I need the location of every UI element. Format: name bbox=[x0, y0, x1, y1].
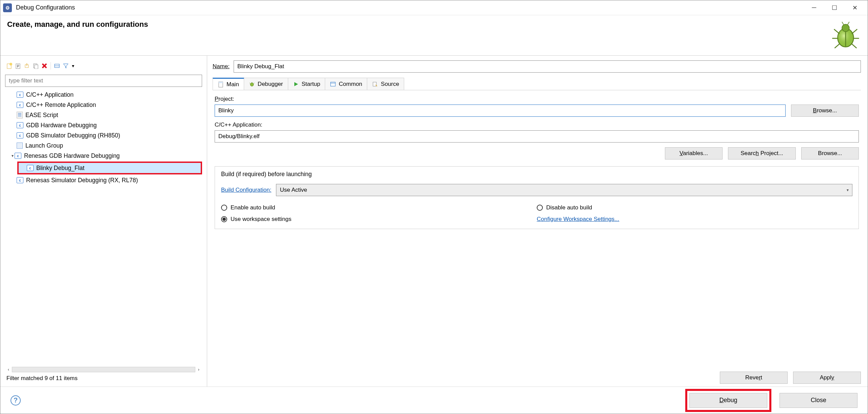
radio-enable-auto-build[interactable]: Enable auto build bbox=[221, 204, 537, 211]
toolbar-separator bbox=[51, 62, 51, 70]
svg-point-13 bbox=[9, 63, 12, 65]
configure-workspace-link[interactable]: Configure Workspace Settings... bbox=[537, 216, 852, 223]
svg-point-3 bbox=[842, 24, 849, 32]
tab-main[interactable]: Main bbox=[213, 78, 244, 90]
build-group: Build (if required) before launching Bui… bbox=[215, 166, 859, 229]
radio-use-workspace[interactable]: Use workspace settings bbox=[221, 216, 537, 223]
apply-revert-row: Revert Apply bbox=[213, 368, 861, 384]
build-configuration-link[interactable]: Build Configuration: bbox=[221, 187, 271, 193]
play-icon bbox=[293, 81, 299, 87]
svg-line-9 bbox=[852, 44, 856, 48]
tree-item-gdb-hw[interactable]: cGDB Hardware Debugging bbox=[5, 120, 202, 130]
tab-source[interactable]: Source bbox=[367, 78, 404, 90]
window-controls: ─ ☐ ✕ bbox=[811, 4, 858, 11]
tab-main-panel: Project: Browse... C/C++ Application: Va… bbox=[213, 90, 861, 368]
apply-button[interactable]: Apply bbox=[793, 372, 861, 384]
svg-line-5 bbox=[852, 29, 857, 34]
name-row: Name: bbox=[213, 60, 861, 73]
application-button-row: Variables... Search Project... Browse... bbox=[215, 147, 859, 159]
browse-project-button[interactable]: Browse... bbox=[791, 105, 859, 117]
browse-application-button[interactable]: Browse... bbox=[801, 147, 859, 159]
c-icon: c bbox=[27, 165, 34, 171]
close-button[interactable]: Close bbox=[780, 393, 857, 408]
name-input[interactable] bbox=[234, 60, 861, 73]
window-title: Debug Configurations bbox=[16, 4, 811, 11]
left-pane: P ▾ cC/C++ Application cC/C++ Remote App… bbox=[0, 56, 207, 387]
svg-line-11 bbox=[847, 22, 849, 25]
svg-line-26 bbox=[254, 83, 254, 83]
help-icon[interactable]: ? bbox=[11, 395, 21, 406]
tree-item-cpp-remote[interactable]: cC/C++ Remote Application bbox=[5, 100, 202, 110]
export-button[interactable] bbox=[23, 62, 31, 70]
application-input[interactable] bbox=[215, 130, 859, 143]
c-icon: c bbox=[15, 153, 21, 159]
c-icon: c bbox=[17, 92, 23, 98]
build-config-row: Build Configuration: Use Active ▾ bbox=[221, 184, 852, 196]
filter-menu-button[interactable]: ▾ bbox=[71, 62, 75, 70]
duplicate-button[interactable] bbox=[32, 62, 40, 70]
maximize-button[interactable]: ☐ bbox=[831, 4, 838, 11]
highlighted-tree-item: cBlinky Debug_Flat bbox=[17, 162, 202, 174]
chevron-down-icon: ▾ bbox=[847, 188, 849, 192]
search-project-button[interactable]: Search Project... bbox=[728, 147, 796, 159]
tree-item-cpp-application[interactable]: cC/C++ Application bbox=[5, 90, 202, 100]
tree-item-renesas-gdb[interactable]: ▾cRenesas GDB Hardware Debugging bbox=[5, 151, 202, 161]
bug-icon bbox=[830, 20, 861, 51]
new-config-button[interactable] bbox=[5, 62, 13, 70]
c-icon: c bbox=[17, 102, 23, 108]
tab-bar: Main Debugger Startup Common Source bbox=[213, 77, 861, 90]
close-window-button[interactable]: ✕ bbox=[851, 4, 858, 11]
app-icon: ⚙ bbox=[3, 3, 12, 12]
tree-item-ease-script[interactable]: EASE Script bbox=[5, 110, 202, 120]
bug-small-icon bbox=[249, 81, 255, 87]
name-label: Name: bbox=[213, 63, 230, 70]
tab-debugger[interactable]: Debugger bbox=[244, 78, 288, 90]
filter-button[interactable] bbox=[62, 62, 70, 70]
tree-item-renesas-sim[interactable]: cRenesas Simulator Debugging (RX, RL78) bbox=[5, 175, 202, 185]
project-input[interactable] bbox=[215, 105, 786, 117]
script-icon bbox=[17, 112, 23, 118]
svg-line-4 bbox=[834, 29, 840, 34]
header: Create, manage, and run configurations bbox=[0, 15, 868, 56]
scroll-left-icon[interactable]: ‹ bbox=[5, 367, 12, 372]
revert-button[interactable]: Revert bbox=[720, 372, 788, 384]
svg-line-8 bbox=[835, 44, 840, 48]
source-icon bbox=[372, 81, 378, 87]
tree-item-launch-group[interactable]: Launch Group bbox=[5, 140, 202, 151]
tree-item-blinky-flat[interactable]: cBlinky Debug_Flat bbox=[19, 163, 201, 173]
variables-button[interactable]: Variables... bbox=[665, 147, 723, 159]
launch-group-icon bbox=[17, 143, 23, 149]
tab-common[interactable]: Common bbox=[325, 78, 367, 90]
radio-disable-auto-build[interactable]: Disable auto build bbox=[537, 204, 852, 211]
application-label: C/C++ Application: bbox=[215, 121, 859, 128]
tab-startup[interactable]: Startup bbox=[288, 78, 326, 90]
debug-button[interactable]: Debug bbox=[689, 393, 767, 408]
window-icon bbox=[330, 81, 336, 87]
config-toolbar: P ▾ bbox=[5, 60, 202, 71]
svg-line-10 bbox=[842, 22, 844, 25]
right-pane: Name: Main Debugger Startup Common Sourc… bbox=[207, 56, 868, 387]
tree-horizontal-scrollbar[interactable]: ‹ › bbox=[5, 366, 202, 373]
minimize-button[interactable]: ─ bbox=[811, 4, 817, 11]
collapse-all-button[interactable] bbox=[53, 62, 61, 70]
svg-text:P: P bbox=[17, 64, 19, 68]
new-prototype-button[interactable]: P bbox=[14, 62, 22, 70]
build-group-title: Build (if required) before launching bbox=[221, 171, 852, 178]
c-icon: c bbox=[17, 177, 23, 183]
page-title: Create, manage, and run configurations bbox=[7, 20, 830, 29]
delete-button[interactable] bbox=[40, 62, 48, 70]
svg-rect-18 bbox=[35, 65, 38, 69]
scroll-track[interactable] bbox=[12, 367, 195, 372]
tree-item-gdb-sim[interactable]: cGDB Simulator Debugging (RH850) bbox=[5, 130, 202, 140]
footer: ? Debug Close bbox=[0, 387, 868, 414]
filter-input[interactable] bbox=[5, 75, 202, 87]
project-label: Project: bbox=[215, 96, 859, 102]
dialog-body: P ▾ cC/C++ Application cC/C++ Remote App… bbox=[0, 56, 868, 387]
footer-buttons: Debug Close bbox=[685, 389, 857, 412]
scroll-right-icon[interactable]: › bbox=[195, 367, 202, 372]
build-configuration-select[interactable]: Use Active ▾ bbox=[276, 184, 852, 196]
c-icon: c bbox=[17, 122, 23, 128]
filter-status: Filter matched 9 of 11 items bbox=[5, 373, 202, 384]
svg-rect-29 bbox=[373, 82, 376, 86]
highlighted-debug-button: Debug bbox=[685, 389, 771, 412]
